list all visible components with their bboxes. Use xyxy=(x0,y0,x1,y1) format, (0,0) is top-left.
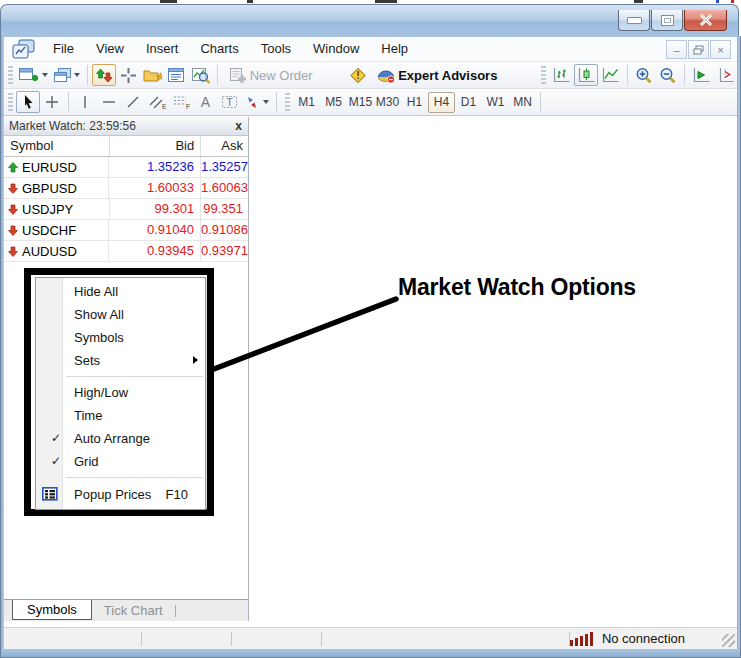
chart-area[interactable] xyxy=(249,116,737,627)
timeframe-w1-button[interactable]: W1 xyxy=(482,92,509,113)
cursor-tool-button[interactable] xyxy=(16,91,40,113)
line-studies-toolbar: E F A T M1 xyxy=(4,89,737,116)
strategy-tester-button[interactable] xyxy=(189,64,213,86)
crop-artifact xyxy=(634,0,643,3)
column-header-ask[interactable]: Ask xyxy=(201,136,248,156)
table-row-usdjpy[interactable]: USDJPY 99.301 99.351 xyxy=(4,199,248,220)
expert-advisors-button[interactable]: Expert Advisors xyxy=(371,64,504,86)
toolbar-grip[interactable] xyxy=(285,93,290,111)
menu-insert[interactable]: Insert xyxy=(135,37,190,61)
dropdown-caret-icon xyxy=(42,73,48,77)
tab-symbols[interactable]: Symbols xyxy=(12,600,92,620)
tab-divider xyxy=(175,605,176,617)
new-order-label: New Order xyxy=(250,68,313,83)
profiles-icon xyxy=(54,67,72,84)
fibonacci-tool-button[interactable]: F xyxy=(169,91,193,113)
ask-value: 99.351 xyxy=(201,199,248,219)
timeframe-h1-button[interactable]: H1 xyxy=(401,92,428,113)
timeframe-m15-button[interactable]: M15 xyxy=(347,92,374,113)
navigator-button[interactable]: ★ xyxy=(140,64,165,86)
text-label-tool-button[interactable]: T xyxy=(217,91,241,113)
timeframe-mn-button[interactable]: MN xyxy=(509,92,536,113)
bid-value: 99.301 xyxy=(110,199,202,219)
table-row-eurusd[interactable]: EURUSD 1.35236 1.35257 xyxy=(4,157,248,178)
resize-grip[interactable] xyxy=(722,634,735,647)
menu-window[interactable]: Window xyxy=(302,37,370,61)
table-row-usdchf[interactable]: USDCHF 0.91040 0.91086 xyxy=(4,220,248,241)
window-titlebar xyxy=(0,4,739,37)
market-watch-close-button[interactable]: x xyxy=(235,118,242,134)
menu-item-auto-arrange[interactable]: ✓ Auto Arrange xyxy=(36,427,205,450)
child-close-button[interactable]: × xyxy=(710,40,731,59)
svg-text:F: F xyxy=(186,103,190,110)
new-chart-button[interactable] xyxy=(16,64,51,86)
chart-shift-button[interactable] xyxy=(713,64,737,86)
timeframe-m1-button[interactable]: M1 xyxy=(293,92,320,113)
candlestick-mode-button[interactable] xyxy=(574,64,599,86)
auto-scroll-button[interactable] xyxy=(689,64,713,86)
window-close-button[interactable] xyxy=(684,10,727,31)
menu-help[interactable]: Help xyxy=(370,37,419,61)
crosshair-tool-button[interactable] xyxy=(40,91,64,113)
menu-item-symbols[interactable]: Symbols xyxy=(36,326,205,349)
arrows-tool-button[interactable] xyxy=(241,91,272,113)
menu-item-high-low[interactable]: High/Low xyxy=(36,381,205,404)
data-window-button[interactable] xyxy=(116,64,140,86)
menu-item-show-all[interactable]: Show All xyxy=(36,303,205,326)
crop-artifact xyxy=(731,0,734,3)
toolbar-grip[interactable] xyxy=(541,66,546,84)
equidistant-channel-tool-button[interactable]: E xyxy=(145,91,169,113)
window-maximize-button[interactable] xyxy=(651,10,683,31)
window-minimize-button[interactable] xyxy=(618,10,650,31)
child-minimize-button[interactable]: – xyxy=(666,40,687,59)
market-watch-toggle-button[interactable] xyxy=(92,64,116,86)
bar-chart-mode-button[interactable] xyxy=(549,64,574,86)
auto-trading-warning-button[interactable]: ! xyxy=(345,64,371,86)
menu-separator xyxy=(36,473,205,482)
zoom-in-button[interactable] xyxy=(632,64,656,86)
menu-charts[interactable]: Charts xyxy=(189,37,249,61)
svg-text:T: T xyxy=(226,96,233,108)
menu-item-popup-prices[interactable]: Popup Prices F10 xyxy=(36,482,205,507)
menu-item-time[interactable]: Time xyxy=(36,404,205,427)
timeframe-h4-button[interactable]: H4 xyxy=(428,92,455,113)
mt4-application-window: File View Insert Charts Tools Window Hel… xyxy=(0,0,741,658)
menu-file[interactable]: File xyxy=(42,37,85,61)
timeframe-m30-button[interactable]: M30 xyxy=(374,92,401,113)
market-watch-title: Market Watch: 23:59:56 xyxy=(4,119,136,133)
toolbar-grip[interactable] xyxy=(8,66,13,84)
connection-status[interactable]: No connection xyxy=(570,631,685,646)
new-order-button[interactable]: New Order xyxy=(222,64,320,86)
dropdown-caret-icon xyxy=(74,73,80,77)
menu-item-sets[interactable]: Sets xyxy=(36,349,205,372)
toolbar-grip[interactable] xyxy=(8,93,13,111)
menu-view[interactable]: View xyxy=(85,37,135,61)
child-restore-button[interactable] xyxy=(688,40,709,59)
market-watch-icon xyxy=(96,68,113,83)
timeframe-m5-button[interactable]: M5 xyxy=(320,92,347,113)
timeframe-d1-button[interactable]: D1 xyxy=(455,92,482,113)
vertical-line-icon xyxy=(78,94,92,110)
annotation-label: Market Watch Options xyxy=(398,274,636,301)
market-watch-header[interactable]: Market Watch: 23:59:56 x xyxy=(4,117,248,136)
text-tool-button[interactable]: A xyxy=(193,91,217,113)
horizontal-line-tool-button[interactable] xyxy=(97,91,121,113)
line-chart-mode-button[interactable] xyxy=(598,64,623,86)
column-header-symbol[interactable]: Symbol xyxy=(4,136,110,156)
trendline-tool-button[interactable] xyxy=(121,91,145,113)
profiles-button[interactable] xyxy=(51,64,84,86)
menu-item-sets-label: Sets xyxy=(74,353,100,368)
table-row-gbpusd[interactable]: GBPUSD 1.60033 1.60063 xyxy=(4,178,248,199)
column-header-bid[interactable]: Bid xyxy=(110,136,202,156)
tab-tick-chart[interactable]: Tick Chart xyxy=(92,600,175,621)
symbol-name: USDJPY xyxy=(22,200,73,219)
table-row-audusd[interactable]: AUDUSD 0.93945 0.93971 xyxy=(4,241,248,262)
bid-value: 1.60033 xyxy=(109,178,201,198)
vertical-line-tool-button[interactable] xyxy=(73,91,97,113)
menu-item-grid[interactable]: ✓ Grid xyxy=(36,450,205,473)
terminal-button[interactable] xyxy=(165,64,189,86)
zoom-out-button[interactable] xyxy=(656,64,680,86)
menu-tools[interactable]: Tools xyxy=(250,37,302,61)
menu-item-hide-all[interactable]: Hide All xyxy=(36,280,205,303)
dropdown-caret-icon xyxy=(263,100,269,104)
